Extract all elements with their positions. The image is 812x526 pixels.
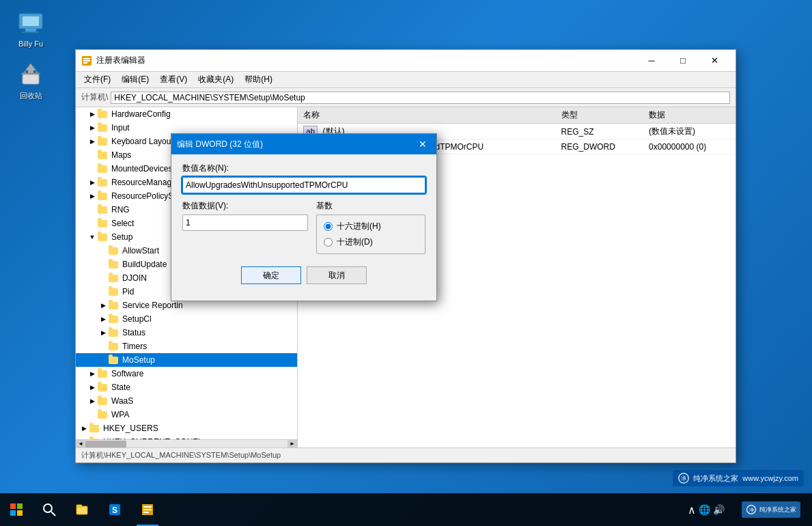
tree-item-wpa[interactable]: WPA (76, 408, 297, 421)
dialog-close-button[interactable]: ✕ (415, 136, 431, 152)
taskbar-search[interactable] (33, 493, 66, 526)
tree-item-state[interactable]: ▶ State (76, 380, 297, 394)
this-pc-label: Billy Fu (18, 40, 43, 48)
dialog-buttons: 确定 取消 (182, 261, 425, 292)
svg-rect-2 (25, 29, 36, 31)
dec-radio-label[interactable]: 十进制(D) (324, 236, 418, 248)
start-button[interactable] (0, 493, 33, 526)
cancel-button[interactable]: 取消 (307, 266, 367, 284)
menu-edit[interactable]: 编辑(E) (116, 72, 154, 87)
entry-data-2: 0x00000000 (0) (643, 140, 736, 154)
data-input[interactable] (182, 214, 308, 231)
entry-data: (数值未设置) (643, 124, 736, 140)
dec-radio[interactable] (324, 238, 333, 247)
svg-rect-18 (76, 506, 87, 514)
desktop: Billy Fu 回收站 注册表编辑 (0, 0, 812, 526)
tree-hscrollbar[interactable]: ◄ ► (76, 439, 297, 447)
window-controls: ─ □ ✕ (636, 50, 730, 72)
hex-radio[interactable] (324, 222, 333, 231)
svg-rect-7 (83, 58, 90, 59)
taskbar-store[interactable]: S (98, 493, 131, 526)
col-data: 数据 (643, 107, 736, 124)
svg-rect-8 (83, 60, 90, 61)
tree-item-input[interactable]: ▶ Input (76, 121, 297, 135)
hex-radio-label[interactable]: 十六进制(H) (324, 221, 418, 232)
brand-text: 纯净系统之家 (759, 506, 796, 514)
tree-item-waas[interactable]: ▶ WaaS (76, 394, 297, 408)
svg-rect-23 (143, 506, 152, 508)
col-type: 类型 (556, 107, 644, 124)
taskbar-items: S (33, 493, 682, 526)
taskbar-tray: ∧ 🌐 🔊 (682, 503, 730, 516)
tree-item-status[interactable]: ▶ Status (76, 326, 297, 340)
tray-chevron[interactable]: ∧ (688, 503, 696, 516)
svg-rect-12 (10, 503, 16, 509)
address-input[interactable] (111, 92, 730, 104)
svg-text:净: 净 (749, 507, 754, 513)
svg-point-16 (44, 504, 52, 512)
scroll-right-btn[interactable]: ► (288, 440, 297, 448)
data-label: 数值数据(V): (182, 200, 308, 212)
dialog-body: 数值名称(N): 数值数据(V): 基数 十六进制(H) (171, 154, 436, 301)
scroll-track (85, 440, 288, 447)
menu-help[interactable]: 帮助(H) (239, 72, 278, 87)
name-label: 数值名称(N): (182, 163, 425, 174)
maximize-button[interactable]: □ (667, 50, 699, 72)
svg-rect-15 (17, 510, 23, 516)
name-input[interactable] (182, 177, 425, 193)
svg-rect-25 (143, 512, 149, 513)
taskbar-regedit[interactable] (131, 493, 164, 526)
svg-rect-13 (17, 503, 23, 509)
svg-rect-5 (23, 74, 39, 84)
svg-rect-1 (23, 16, 39, 26)
address-label-text: 计算机\ (81, 92, 108, 103)
status-bar: 计算机\HKEY_LOCAL_MACHINE\SYSTEM\Setup\MoSe… (76, 447, 736, 462)
tree-item-mosetup[interactable]: MoSetup (76, 353, 297, 367)
status-text: 计算机\HKEY_LOCAL_MACHINE\SYSTEM\Setup\MoSe… (81, 450, 281, 460)
state-label: State (111, 383, 130, 392)
volume-icon[interactable]: 🔊 (713, 504, 725, 515)
title-bar: 注册表编辑器 ─ □ ✕ (76, 50, 736, 72)
menu-bar: 文件(F) 编辑(E) 查看(V) 收藏夹(A) 帮助(H) (76, 72, 736, 88)
hex-label: 十六进制(H) (337, 221, 381, 232)
scroll-thumb[interactable] (85, 441, 126, 447)
desktop-icon-recycle[interactable]: 回收站 (7, 58, 55, 104)
data-value-section: 数值数据(V): (182, 200, 308, 254)
base-section: 基数 十六进制(H) 十进制(D) (316, 200, 425, 254)
tree-item-hardwareconfig[interactable]: ▶ HardwareConfig (76, 107, 297, 121)
svg-text:净: 净 (681, 475, 686, 482)
close-button[interactable]: ✕ (699, 50, 730, 72)
svg-rect-3 (23, 31, 39, 33)
dialog-title-bar: 编辑 DWORD (32 位值) ✕ (171, 134, 436, 154)
svg-text:S: S (112, 506, 117, 515)
address-bar: 计算机\ (76, 88, 736, 107)
taskbar-explorer[interactable] (66, 493, 98, 526)
this-pc-icon (17, 10, 44, 37)
col-name: 名称 (298, 107, 556, 124)
tree-item-setupcl[interactable]: ▶ SetupCl (76, 312, 297, 326)
entry-type: REG_SZ (556, 124, 644, 140)
watermark-text: 纯净系统之家 (693, 473, 738, 484)
tree-item-timers[interactable]: Timers (76, 340, 297, 353)
brand-area: 净 纯净系统之家 (730, 493, 812, 526)
dec-label: 十进制(D) (337, 236, 373, 248)
menu-view[interactable]: 查看(V) (154, 72, 193, 87)
watermark-url: www.ycwjzy.com (742, 474, 798, 482)
network-icon[interactable]: 🌐 (699, 504, 710, 515)
menu-favorites[interactable]: 收藏夹(A) (193, 72, 239, 87)
desktop-icon-this-pc[interactable]: Billy Fu (7, 7, 55, 51)
scroll-left-btn[interactable]: ◄ (76, 440, 85, 448)
dword-dialog: 编辑 DWORD (32 位值) ✕ 数值名称(N): 数值数据(V): 基数 … (171, 133, 437, 301)
tree-item-hkey-users[interactable]: ▶ HKEY_USERS (76, 421, 297, 435)
select-label: Select (111, 219, 134, 228)
menu-file[interactable]: 文件(F) (79, 72, 116, 87)
brand-logo: 净 纯净系统之家 (742, 501, 800, 518)
taskbar: S ∧ 🌐 🔊 净 纯净系统 (0, 493, 812, 526)
minimize-button[interactable]: ─ (636, 50, 667, 72)
svg-line-17 (51, 512, 55, 516)
svg-rect-9 (83, 62, 87, 64)
svg-rect-24 (143, 509, 152, 510)
ok-button[interactable]: 确定 (241, 266, 301, 284)
tree-item-software[interactable]: ▶ Software (76, 367, 297, 380)
svg-rect-14 (10, 510, 16, 516)
